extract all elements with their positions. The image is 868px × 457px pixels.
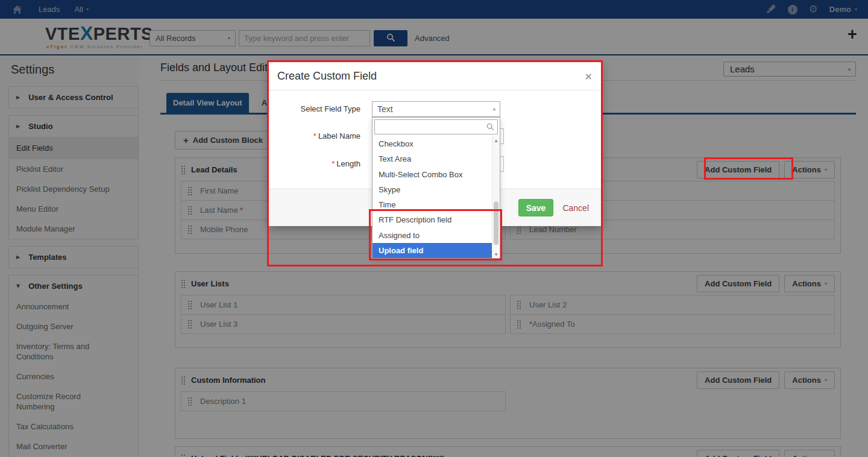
- scroll-down-icon[interactable]: ▼: [492, 252, 500, 256]
- dropdown-option-list: Checkbox Text Area Multi-Select Combo Bo…: [373, 136, 500, 258]
- field-type-select[interactable]: Text ▴: [372, 101, 500, 117]
- dropdown-option-multi-select[interactable]: Multi-Select Combo Box: [373, 167, 492, 182]
- required-star: *: [313, 131, 316, 140]
- dropdown-option-text-area[interactable]: Text Area: [373, 151, 492, 166]
- dropdown-option-skype[interactable]: Skype: [373, 182, 492, 197]
- caret-up-icon: ▴: [493, 102, 495, 116]
- dropdown-option-rtf-description[interactable]: RTF Description field: [373, 212, 492, 227]
- field-type-label: Select Field Type: [269, 101, 360, 117]
- scrollbar-thumb[interactable]: [494, 201, 498, 245]
- field-type-dropdown: Checkbox Text Area Multi-Select Combo Bo…: [372, 117, 500, 259]
- save-button[interactable]: Save: [518, 199, 554, 216]
- cancel-link[interactable]: Cancel: [562, 203, 589, 213]
- dropdown-search-input[interactable]: [374, 119, 498, 134]
- dropdown-option-checkbox[interactable]: Checkbox: [373, 136, 492, 151]
- required-star: *: [332, 159, 335, 168]
- length-label: *Length: [269, 156, 360, 172]
- dropdown-option-time[interactable]: Time: [373, 197, 492, 212]
- modal-title: Create Custom Field: [277, 70, 585, 83]
- close-icon[interactable]: ×: [585, 71, 593, 82]
- dropdown-option-assigned-to[interactable]: Assigned to: [373, 228, 492, 243]
- scroll-up-icon[interactable]: ▲: [492, 138, 500, 142]
- dropdown-option-upload-field[interactable]: Upload field: [373, 243, 492, 258]
- label-name-label: *Label Name: [269, 128, 360, 144]
- page: Leads All ▾ i ⚙ Demo ▾ VTEXPERTS vTiger …: [0, 0, 868, 457]
- dropdown-scrollbar[interactable]: ▲ ▼: [492, 136, 500, 258]
